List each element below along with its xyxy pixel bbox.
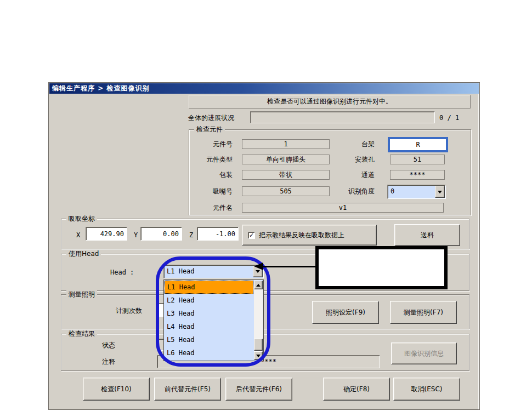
z-input[interactable]: -1.00 [197, 227, 239, 241]
light-setting-button[interactable]: 照明设定(F9) [312, 301, 379, 324]
head-option-l1[interactable]: L1 Head [165, 281, 253, 294]
package-label: 包装 [189, 170, 233, 179]
package-field: 带状 [242, 170, 330, 180]
recog-angle-dropdown-button[interactable] [435, 186, 445, 198]
status-label: 状态 [102, 341, 115, 350]
chevron-up-icon [256, 282, 261, 287]
head-list-scrollbar[interactable] [254, 281, 263, 360]
part-name-label: 元件名 [189, 203, 233, 212]
recog-angle-combobox[interactable]: 0 [387, 185, 446, 199]
instruction-message: 检查是否可以通过图像识别进行元件对中。 [189, 95, 471, 109]
scroll-down-button[interactable] [254, 351, 263, 360]
mount-hole-field: 51 [390, 155, 445, 164]
next-alt-part-button[interactable]: 后代替元件(F6) [225, 378, 292, 401]
z-label: Z [189, 231, 193, 239]
progress-label: 全体的进展状况 [188, 113, 234, 122]
feed-button[interactable]: 送料 [394, 224, 460, 246]
recog-angle-label: 识别角度 [326, 187, 375, 196]
reflect-teaching-panel: ✓ 把示教结果反映在吸取数据上 [242, 225, 377, 246]
dialog-check-image-recognition: 编辑生产程序 > 检查图像识别 检查是否可以通过图像识别进行元件对中。 全体的进… [48, 82, 480, 410]
checkmark-icon: ✓ [249, 232, 254, 238]
check-button[interactable]: 检查(F10) [83, 378, 150, 401]
reflect-teaching-checkbox[interactable]: ✓ [248, 232, 255, 239]
part-no-field: 1 [242, 139, 330, 149]
callout-box [315, 246, 448, 289]
head-combobox-value: L1 Head [167, 267, 195, 275]
channel-label: 通道 [326, 170, 375, 179]
group-measure-light-title: 测量照明 [66, 290, 97, 299]
progress-field [250, 111, 435, 123]
callout-arrow-line [263, 266, 316, 267]
chevron-down-icon [256, 355, 261, 359]
head-dropdown-list: L1 Head L2 Head L3 Head L4 Head L5 Head … [163, 279, 264, 361]
head-label: Head : [110, 268, 134, 277]
dialog-titlebar: 编辑生产程序 > 检查图像识别 [49, 83, 479, 94]
y-input[interactable]: 0.00 [140, 227, 182, 241]
head-option-l3[interactable]: L3 Head [165, 307, 253, 320]
head-option-l2[interactable]: L2 Head [165, 294, 253, 307]
rack-label: 台架 [326, 140, 375, 149]
screenshot-canvas: 编辑生产程序 > 检查图像识别 检查是否可以通过图像识别进行元件对中。 全体的进… [0, 0, 532, 411]
comment-label: 注释 [102, 357, 115, 366]
callout-arrow-head-icon [254, 262, 263, 270]
head-option-l6[interactable]: L6 Head [165, 346, 253, 359]
part-no-label: 元件号 [189, 140, 233, 149]
measure-count-label: 计测次数 [116, 306, 142, 315]
cancel-button[interactable]: 取消(ESC) [393, 378, 460, 401]
part-type-field: 单向引脚插头 [242, 155, 330, 164]
reflect-teaching-label: 把示教结果反映在吸取数据上 [259, 231, 344, 240]
x-label: X [76, 231, 80, 239]
chevron-down-icon [256, 270, 260, 275]
part-name-field: v1 [242, 203, 444, 213]
mount-hole-label: 安装孔 [326, 155, 375, 164]
x-input[interactable]: 429.90 [86, 227, 127, 241]
group-use-head-title: 使用Head [66, 250, 101, 258]
head-option-l4[interactable]: L4 Head [165, 320, 253, 333]
measure-light-button[interactable]: 测量照明(F7) [390, 301, 457, 324]
ok-button[interactable]: 确定(F8) [323, 378, 390, 401]
nozzle-no-field: 505 [242, 186, 330, 196]
group-pickup-coords-title: 吸取坐标 [66, 215, 97, 223]
y-label: Y [134, 231, 138, 239]
progress-count: 0 / 1 [439, 113, 459, 122]
head-combobox[interactable]: L1 Head [163, 265, 264, 278]
nozzle-no-label: 吸嘴号 [189, 187, 233, 196]
chevron-down-icon [438, 191, 442, 196]
head-option-l5[interactable]: L5 Head [165, 333, 253, 346]
group-inspect-result-title: 检查结果 [66, 330, 97, 338]
group-inspect-part-title: 检查元件 [194, 125, 225, 134]
image-recog-info-button[interactable]: 图像识别信息 [391, 342, 457, 364]
rack-field-selected[interactable]: R [388, 137, 448, 152]
prev-alt-part-button[interactable]: 前代替元件(F5) [154, 378, 221, 401]
scrollbar-thumb[interactable] [254, 339, 263, 351]
scroll-up-button[interactable] [254, 281, 263, 289]
part-type-label: 元件类型 [189, 155, 233, 164]
dialog-title: 编辑生产程序 > 检查图像识别 [52, 84, 149, 93]
channel-field: **** [390, 170, 445, 180]
